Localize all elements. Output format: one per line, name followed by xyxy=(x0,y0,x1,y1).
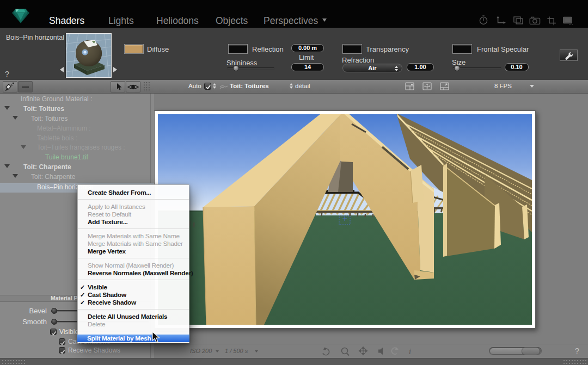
svg-text:i: i xyxy=(409,348,411,356)
